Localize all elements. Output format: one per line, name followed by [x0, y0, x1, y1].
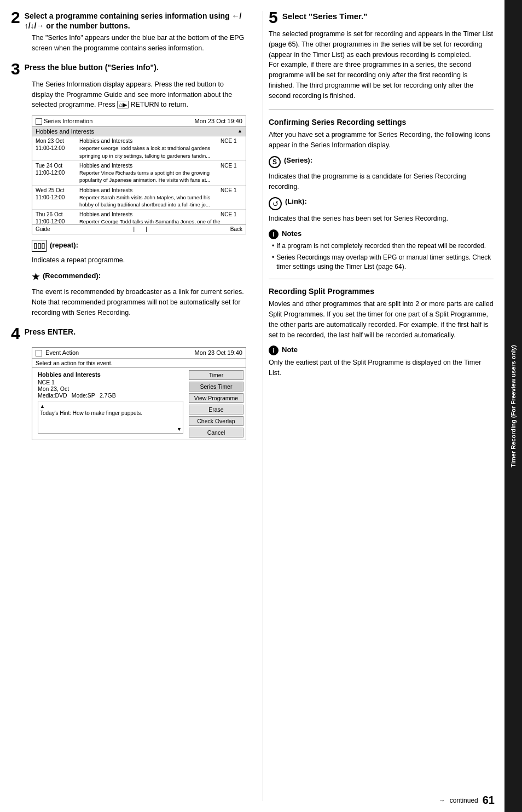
split-note-icon: i [269, 345, 279, 355]
repeat-icon: ▯▯▯ [32, 240, 47, 252]
split-note-text: Only the earliest part of the Split Prog… [269, 358, 494, 378]
series-info-row-3: Wed 25 Oct11:00-12:00 Hobbies and Intere… [32, 186, 246, 210]
split-note-header: i Note [269, 345, 494, 355]
star-icon: ★ [32, 270, 39, 284]
link-icon-desc: Indicates that the series has been set f… [269, 214, 494, 224]
series-info-category: Hobbies and Interests ▲ [32, 127, 246, 136]
link-icon-row: ↺ (Link): [269, 197, 494, 210]
timer-button[interactable]: Timer [189, 370, 243, 380]
repeat-label: (repeat): [50, 240, 78, 251]
series-info-row-4: Thu 26 Oct11:00-12:00 Hobbies and Intere… [32, 210, 246, 224]
step-3-block: 3 Press the blue button ("Series Info").… [11, 62, 246, 318]
repeat-desc: Indicates a repeat programme. [32, 255, 246, 266]
step-4-number: 4 [11, 325, 20, 342]
event-sub: Select an action for this event. [32, 358, 246, 368]
event-channel: NCE 1 [34, 379, 187, 385]
event-desc-text: Today's Hint: How to make finger puppets… [40, 410, 181, 416]
event-header: Event Action Mon 23 Oct 19:40 [32, 348, 246, 358]
event-main-area: Hobbies and Interests NCE 1 Mon 23, Oct … [32, 368, 246, 440]
event-media-row: Media:DVD Mode:SP 2.7GB [34, 392, 187, 399]
footer: → continued 61 [439, 794, 495, 807]
series-icon-desc: Indicates that the programme is a candid… [269, 171, 494, 192]
series-timer-button[interactable]: Series Timer [189, 382, 243, 391]
step-2-block: 2 Select a programme containing series i… [11, 11, 246, 54]
footer-page: 61 [483, 794, 495, 807]
event-action-box: Event Action Mon 23 Oct 19:40 Select an … [32, 347, 246, 440]
notes-title: Notes [282, 229, 301, 238]
step-3-number: 3 [11, 61, 20, 77]
footer-continued: continued [450, 797, 478, 804]
step-2-number: 2 [11, 9, 20, 26]
divider-1 [269, 110, 494, 110]
note-text-2: Series Recordings may overlap with EPG o… [276, 253, 494, 272]
series-icon-label: (Series): [284, 156, 312, 164]
split-body: Movies and other programmes that are spl… [269, 299, 494, 340]
confirm-section: Confirming Series Recording settings Aft… [269, 118, 494, 271]
side-tab-text: Timer Recording (For Freeview users only… [509, 345, 517, 468]
step-2-body: The "Series Info" appears under the blue… [32, 33, 246, 54]
series-info-row-1: Mon 23 Oct11:00-12:00 Hobbies and Intere… [32, 136, 246, 161]
cancel-button[interactable]: Cancel [189, 428, 243, 437]
step-5-title: Select "Series Timer." [282, 11, 368, 22]
split-note-title: Note [282, 345, 298, 354]
note-item-2: • Series Recordings may overlap with EPG… [272, 253, 494, 272]
step-4-block: 4 Press ENTER. Event Action Mon 23 Oct 1… [11, 327, 246, 440]
series-info-row-2: Tue 24 Oct11:00-12:00 Hobbies and Intere… [32, 161, 246, 186]
step-3-body: The Series Information display appears. … [32, 79, 246, 110]
step-2-title: Select a programme containing series inf… [25, 11, 246, 31]
step-4-title: Press ENTER. [25, 327, 76, 337]
step-5-number: 5 [269, 9, 278, 26]
check-overlap-button[interactable]: Check Overlap [189, 416, 243, 426]
step-3-title: Press the blue button ("Series Info"). [25, 62, 159, 72]
series-info-box: Series Information Mon 23 Oct 19:40 Hobb… [32, 116, 246, 234]
event-header-label: Event Action [45, 349, 79, 356]
event-header-date: Mon 23 Oct 19:40 [195, 349, 242, 356]
link-circle-icon: ↺ [269, 197, 282, 210]
confirm-body: After you have set a programme for Serie… [269, 130, 494, 151]
step-5-block: 5 Select "Series Timer." The selected pr… [269, 11, 494, 101]
recommended-label: (Recommended): [43, 270, 101, 281]
recommended-section: ★ (Recommended): The event is recommende… [32, 270, 246, 318]
split-section: Recording Split Programmes Movies and ot… [269, 287, 494, 378]
series-circle-icon: S [269, 156, 281, 168]
note-item-1: • If a program is not completely recorde… [272, 241, 494, 251]
notes-list: • If a program is not completely recorde… [272, 241, 494, 271]
repeat-section: ▯▯▯ (repeat): Indicates a repeat program… [32, 240, 246, 265]
link-icon-label: (Link): [285, 197, 307, 205]
split-title: Recording Split Programmes [269, 287, 494, 296]
recommended-desc: The event is recommended by broadcaster … [32, 287, 246, 318]
footer-arrow: → [439, 797, 445, 804]
side-tab: Timer Recording (For Freeview users only… [504, 0, 522, 812]
event-buttons: Timer Series Timer View Programme Erase … [189, 370, 243, 437]
event-prog-title: Hobbies and Interests [34, 370, 187, 379]
series-icon-row: S (Series): [269, 156, 494, 168]
note-icon: i [269, 229, 279, 239]
series-info-header-date: Mon 23 Oct 19:40 [195, 118, 242, 125]
series-info-rows: Mon 23 Oct11:00-12:00 Hobbies and Intere… [32, 136, 246, 224]
series-info-footer: Guide | | Back [32, 224, 246, 234]
event-desc-box: ▲ Today's Hint: How to make finger puppe… [38, 401, 183, 434]
event-date-row: Mon 23, Oct [34, 385, 187, 392]
note-text-1: If a program is not completely recorded … [276, 241, 486, 251]
event-details: Hobbies and Interests NCE 1 Mon 23, Oct … [34, 370, 187, 437]
notes-header: i Notes [269, 229, 494, 239]
divider-2 [269, 279, 494, 279]
erase-button[interactable]: Erase [189, 405, 243, 414]
confirm-title: Confirming Series Recording settings [269, 118, 494, 126]
series-info-header-label: Series Information [36, 118, 92, 125]
view-programme-button[interactable]: View Programme [189, 393, 243, 403]
step-5-body: The selected programme is set for record… [269, 29, 494, 101]
